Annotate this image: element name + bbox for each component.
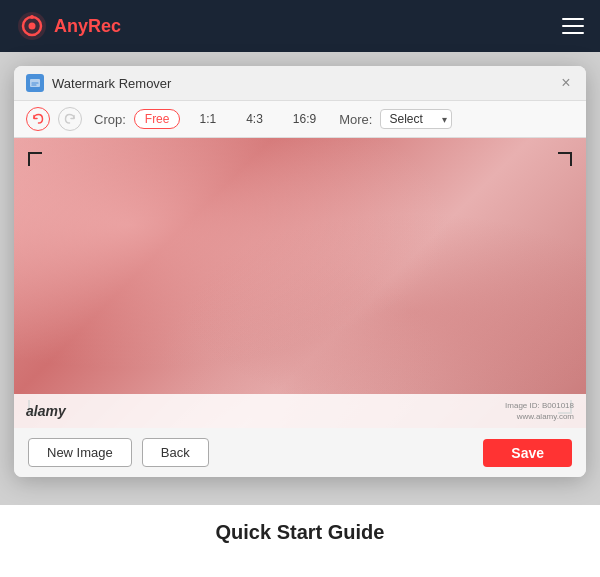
svg-point-2 [29, 23, 36, 30]
logo-text: AnyRec [54, 16, 121, 37]
dialog-title: Watermark Remover [52, 76, 171, 91]
dialog-footer: New Image Back Save [14, 428, 586, 477]
crop-label: Crop: [94, 112, 126, 127]
logo-icon [16, 10, 48, 42]
watermark-icon [26, 74, 44, 92]
quick-start-title: Quick Start Guide [0, 521, 600, 544]
watermark-id: Image ID: B001018 [505, 400, 574, 411]
dialog: Watermark Remover × Crop: Free 1:1 4:3 1 [14, 66, 586, 477]
save-button[interactable]: Save [483, 439, 572, 467]
watermark-brand: alamy [26, 403, 66, 419]
watermark-url: www.alamy.com [505, 411, 574, 422]
close-button[interactable]: × [556, 73, 576, 93]
new-image-button[interactable]: New Image [28, 438, 132, 467]
back-button[interactable]: Back [142, 438, 209, 467]
redo-button[interactable] [58, 107, 82, 131]
undo-button[interactable] [26, 107, 50, 131]
dialog-titlebar: Watermark Remover × [14, 66, 586, 101]
more-label: More: [339, 112, 372, 127]
quick-start-section: Quick Start Guide [0, 505, 600, 577]
crop-16-9-button[interactable]: 16:9 [282, 109, 327, 129]
logo: AnyRec [16, 10, 121, 42]
image-canvas: alamy Image ID: B001018 www.alamy.com [14, 138, 586, 428]
select-dropdown[interactable]: SelectCustom2:33:4 [380, 109, 452, 129]
hamburger-menu[interactable] [562, 18, 584, 34]
watermark-info: Image ID: B001018 www.alamy.com [505, 400, 574, 422]
crop-4-3-button[interactable]: 4:3 [235, 109, 274, 129]
select-wrapper: SelectCustom2:33:4 [380, 109, 452, 129]
canvas-image [14, 138, 586, 428]
main-area: Watermark Remover × Crop: Free 1:1 4:3 1 [0, 52, 600, 577]
watermark-bar: alamy Image ID: B001018 www.alamy.com [14, 394, 586, 428]
toolbar: Crop: Free 1:1 4:3 16:9 More: SelectCust… [14, 101, 586, 138]
svg-point-3 [30, 15, 34, 19]
crop-1-1-button[interactable]: 1:1 [188, 109, 227, 129]
crop-free-button[interactable]: Free [134, 109, 181, 129]
top-nav: AnyRec [0, 0, 600, 52]
footer-left-buttons: New Image Back [28, 438, 209, 467]
